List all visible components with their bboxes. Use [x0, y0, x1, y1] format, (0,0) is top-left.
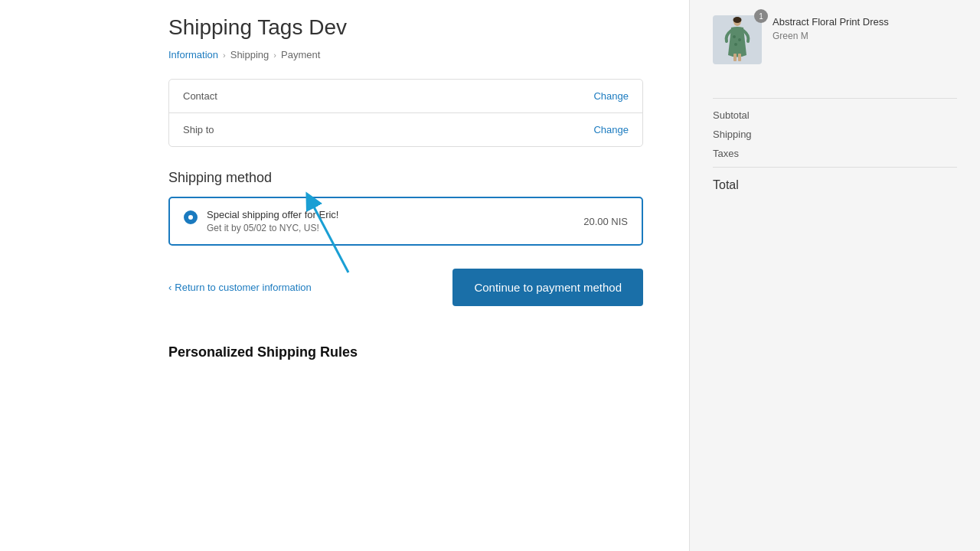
sidebar-product: 1 Abstract Floral Print Dress Green M: [713, 15, 957, 80]
total-label: Total: [713, 178, 739, 192]
continue-payment-button[interactable]: Continue to payment method: [452, 269, 643, 306]
return-chevron-icon: ‹: [168, 282, 172, 293]
shipping-option-left: Special shipping offer for Eric! Get it …: [184, 209, 338, 233]
shipping-option-text: Special shipping offer for Eric! Get it …: [207, 209, 338, 233]
product-image-wrapper: 1: [713, 15, 762, 64]
return-link[interactable]: ‹ Return to customer information: [168, 282, 312, 293]
svg-rect-7: [733, 54, 737, 61]
personalized-shipping-label: Personalized Shipping Rules: [168, 344, 643, 360]
product-name: Abstract Floral Print Dress: [773, 15, 889, 29]
shipping-option-card[interactable]: Special shipping offer for Eric! Get it …: [168, 197, 643, 246]
shipping-option-name: Special shipping offer for Eric!: [207, 209, 338, 220]
taxes-row: Taxes: [713, 148, 957, 159]
grand-total-row: Total: [713, 167, 957, 192]
breadcrumb-payment: Payment: [281, 49, 320, 60]
radio-inner: [188, 215, 193, 220]
ship-to-label: Ship to: [183, 124, 214, 135]
svg-point-6: [734, 43, 737, 46]
product-quantity-badge: 1: [754, 9, 768, 23]
contact-change-link[interactable]: Change: [593, 90, 629, 102]
return-link-label: Return to customer information: [175, 282, 311, 293]
shipping-method-title: Shipping method: [168, 170, 643, 186]
shipping-option-detail: Get it by 05/02 to NYC, US!: [207, 223, 338, 233]
svg-point-5: [738, 38, 741, 41]
svg-rect-8: [738, 54, 741, 61]
ship-to-change-link[interactable]: Change: [593, 124, 629, 135]
contact-label: Contact: [183, 90, 217, 102]
main-content: Shipping Tags Dev Information › Shipping…: [0, 0, 689, 551]
breadcrumb-sep-2: ›: [273, 51, 276, 60]
taxes-label: Taxes: [713, 148, 739, 159]
shipping-option-price: 20.00 NIS: [583, 216, 628, 227]
product-image: [713, 15, 762, 64]
info-card: Contact Change Ship to Change: [168, 79, 643, 147]
contact-row: Contact Change: [169, 80, 642, 112]
breadcrumb-shipping: Shipping: [230, 49, 270, 60]
shipping-label: Shipping: [713, 129, 752, 140]
product-variant: Green M: [773, 31, 889, 41]
sidebar-totals: Subtotal Shipping Taxes Total: [713, 98, 957, 192]
radio-selected-icon: [184, 210, 198, 224]
breadcrumb-sep-1: ›: [223, 51, 226, 60]
shipping-row: Shipping: [713, 129, 957, 140]
svg-point-3: [733, 17, 742, 23]
dress-icon: [719, 17, 756, 63]
actions-row: ‹ Return to customer information Continu…: [168, 269, 643, 306]
ship-to-row: Ship to Change: [169, 112, 642, 146]
subtotal-label: Subtotal: [713, 109, 750, 121]
svg-point-4: [733, 35, 736, 38]
page-title: Shipping Tags Dev: [168, 15, 643, 40]
subtotal-row: Subtotal: [713, 109, 957, 121]
breadcrumb: Information › Shipping › Payment: [168, 49, 643, 60]
product-details: Abstract Floral Print Dress Green M: [773, 15, 889, 41]
sidebar: 1 Abstract Floral Print Dress Green M Su…: [689, 0, 980, 551]
breadcrumb-information[interactable]: Information: [168, 49, 218, 60]
